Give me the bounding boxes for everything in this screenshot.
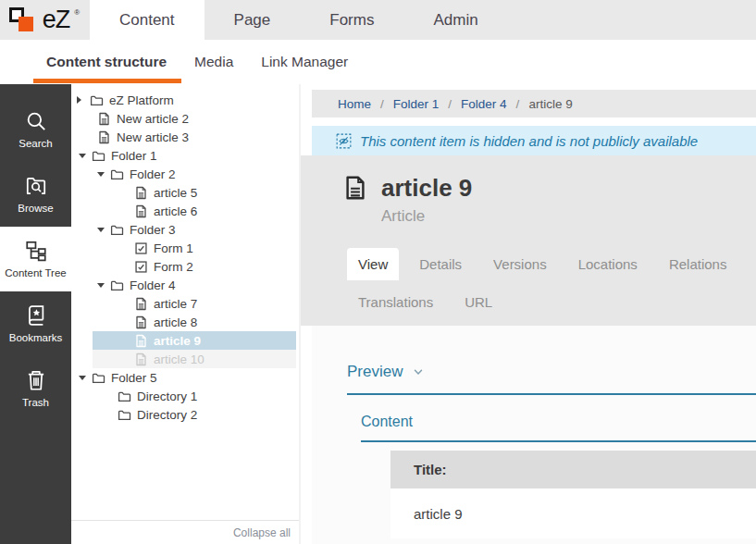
article-icon (134, 334, 148, 348)
top-bar: eZ ® Content Page Forms Admin (0, 0, 756, 40)
notice-text: This content item is hidden and is not p… (360, 133, 698, 149)
active-tab-underline (33, 79, 181, 83)
main-nav-content[interactable]: Content (90, 0, 204, 40)
expander-icon[interactable] (77, 96, 90, 104)
subnav-content-structure[interactable]: Content structure (46, 54, 167, 70)
article-icon (134, 204, 148, 218)
breadcrumb-separator: / (448, 97, 452, 111)
tree-item[interactable]: article 6 (71, 202, 299, 220)
breadcrumb-item[interactable]: Folder 1 (393, 97, 440, 111)
expander-icon[interactable] (79, 154, 92, 158)
tab-relations[interactable]: Relations (658, 248, 738, 280)
expander-icon[interactable] (97, 283, 110, 288)
folder-icon (110, 167, 124, 181)
breadcrumb-separator: / (380, 97, 384, 111)
tree-item[interactable]: Directory 2 (71, 405, 299, 424)
field-table: Title: article 9 (390, 451, 756, 538)
article-icon (134, 352, 148, 366)
tree-item-selected[interactable]: article 9 (71, 331, 299, 350)
tree-footer: Collapse all (71, 520, 299, 544)
sidebar-item-search[interactable]: Search (0, 97, 71, 162)
view-tab-panel: Preview Content Title: article 9 (312, 326, 756, 544)
tree-item[interactable]: eZ Platform (71, 91, 299, 109)
content-type-label: Article (381, 207, 750, 226)
expander-icon[interactable] (79, 376, 92, 380)
field-value: article 9 (390, 488, 756, 538)
breadcrumb-item[interactable]: Home (338, 97, 371, 111)
preview-label: Preview (347, 363, 403, 381)
search-icon (24, 109, 48, 133)
tree-item[interactable]: Folder 3 (71, 220, 299, 239)
sidebar-item-content-tree[interactable]: Content Tree (0, 227, 71, 291)
content-tree: eZ Platform New article 2 New article 3 … (71, 84, 299, 520)
tree-item[interactable]: Folder 4 (71, 276, 299, 294)
content-tree-panel: eZ Platform New article 2 New article 3 … (71, 84, 301, 544)
form-icon (134, 260, 148, 274)
subnav-link-manager[interactable]: Link Manager (261, 54, 348, 70)
trash-icon (24, 368, 48, 392)
tree-item[interactable]: article 7 (71, 294, 299, 313)
tab-versions[interactable]: Versions (482, 248, 558, 280)
bookmarks-icon (24, 303, 48, 328)
tree-item[interactable]: Form 1 (71, 239, 299, 257)
form-icon (134, 241, 148, 255)
secondary-nav: Content structure Media Link Manager (0, 40, 756, 84)
collapse-all-button[interactable]: Collapse all (233, 526, 291, 539)
left-sidebar: Search Browse Content Tree Bookmarks Tra… (0, 84, 71, 544)
breadcrumb-separator: / (516, 97, 520, 111)
tab-view[interactable]: View (347, 248, 399, 280)
tree-item[interactable]: Folder 5 (71, 368, 299, 387)
content-header: article 9 Article View Details Versions … (301, 155, 756, 326)
main-content: Home / Folder 1 / Folder 4 / article 9 T… (301, 84, 756, 544)
tree-item[interactable]: article 5 (71, 183, 299, 202)
content-tree-icon (24, 239, 48, 263)
article-icon (134, 186, 148, 200)
article-icon (97, 130, 111, 144)
expander-icon[interactable] (97, 172, 110, 177)
breadcrumb-item[interactable]: Folder 4 (461, 97, 507, 111)
sidebar-item-browse[interactable]: Browse (0, 162, 71, 227)
tree-item[interactable]: Folder 1 (71, 146, 299, 165)
ez-logo[interactable]: eZ ® (0, 0, 90, 40)
tab-locations[interactable]: Locations (567, 248, 649, 280)
tab-details[interactable]: Details (408, 248, 473, 280)
content-section-title: Content (361, 414, 756, 442)
tree-item[interactable]: article 8 (71, 313, 299, 331)
folder-icon (110, 278, 124, 292)
field-name: Title: (390, 451, 756, 488)
sidebar-item-trash[interactable]: Trash (0, 356, 71, 421)
article-icon (134, 297, 148, 311)
article-type-icon (342, 172, 368, 204)
ez-logo-icon (9, 6, 37, 34)
tab-translations[interactable]: Translations (347, 286, 444, 318)
content-tabs: View Details Versions Locations Relation… (347, 248, 750, 318)
folder-icon (118, 389, 131, 403)
main-nav-forms[interactable]: Forms (300, 0, 403, 40)
main-nav-admin[interactable]: Admin (403, 0, 507, 40)
breadcrumb: Home / Folder 1 / Folder 4 / article 9 (312, 90, 756, 117)
expander-icon[interactable] (97, 228, 110, 232)
folder-icon (90, 93, 104, 107)
ez-platform-admin: eZ ® Content Page Forms Admin Content st… (0, 0, 756, 544)
tree-item-hidden[interactable]: article 10 (71, 350, 299, 368)
chevron-down-icon (412, 365, 425, 378)
hidden-content-notice: This content item is hidden and is not p… (312, 126, 756, 155)
tree-item[interactable]: Directory 1 (71, 387, 299, 405)
tree-item[interactable]: New article 3 (71, 128, 299, 146)
article-icon (97, 112, 111, 126)
hidden-eye-icon (336, 133, 352, 149)
logo-text: eZ (43, 7, 70, 32)
preview-toggle[interactable]: Preview (347, 363, 756, 395)
main-nav-page[interactable]: Page (204, 0, 301, 40)
sidebar-item-bookmarks[interactable]: Bookmarks (0, 291, 71, 356)
subnav-media[interactable]: Media (194, 54, 233, 70)
tree-item[interactable]: New article 2 (71, 109, 299, 128)
folder-icon (110, 223, 124, 237)
tree-item[interactable]: Form 2 (71, 257, 299, 276)
tab-url[interactable]: URL (453, 286, 503, 318)
folder-icon (92, 371, 105, 385)
page-title: article 9 (381, 175, 472, 202)
tree-item[interactable]: Folder 2 (71, 165, 299, 183)
article-icon (134, 315, 148, 329)
breadcrumb-current: article 9 (528, 97, 572, 111)
